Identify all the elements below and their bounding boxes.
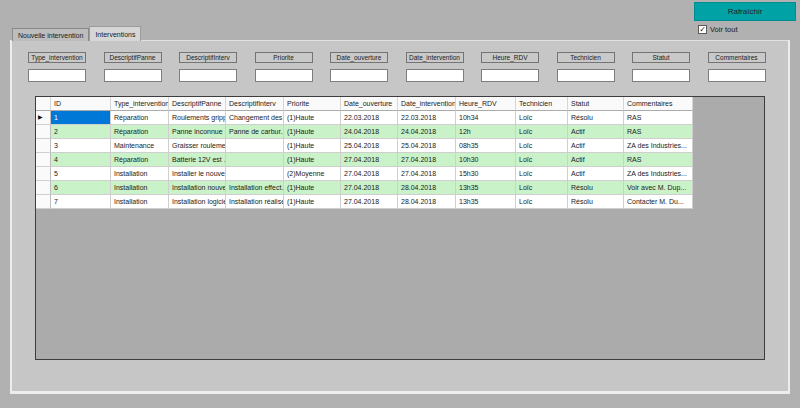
grid-cell-commentaires[interactable]: Voir avec M. Dup... <box>624 181 693 195</box>
grid-cell-descriptifinterv[interactable] <box>226 153 284 167</box>
grid-cell-date-ouverture[interactable]: 25.04.2018 <box>341 139 398 153</box>
grid-cell-descriptifpanne[interactable]: Installer le nouve... <box>169 167 226 181</box>
grid-cell-date-ouverture[interactable]: 22.03.2018 <box>341 111 398 125</box>
grid-cell-commentaires[interactable]: Contacter M. Du... <box>624 195 693 209</box>
column-header-statut[interactable]: Statut <box>568 97 624 111</box>
grid-cell-technicien[interactable]: Loïc <box>516 111 568 125</box>
grid-cell-priorite[interactable]: (1)Haute <box>284 153 341 167</box>
grid-cell-date-intervention[interactable]: 27.04.2018 <box>398 167 456 181</box>
grid-cell-commentaires[interactable]: RAS <box>624 153 693 167</box>
grid-cell-descriptifinterv[interactable]: Panne de carbur... <box>226 125 284 139</box>
grid-cell-heure-rdv[interactable]: 10h34 <box>456 111 516 125</box>
filter-input-descriptifinterv[interactable] <box>179 69 237 82</box>
tab-nouvelle-intervention[interactable]: Nouvelle intervention <box>12 28 89 41</box>
grid-cell-heure-rdv[interactable]: 13h35 <box>456 195 516 209</box>
grid-cell-technicien[interactable]: Loïc <box>516 195 568 209</box>
row-header-cell[interactable] <box>36 167 51 181</box>
grid-cell-id[interactable]: 6 <box>51 181 111 195</box>
grid-cell-technicien[interactable]: Loïc <box>516 167 568 181</box>
grid-cell-descriptifinterv[interactable]: Installation réalisé... <box>226 195 284 209</box>
grid-cell-descriptifpanne[interactable]: Roulements gripp... <box>169 111 226 125</box>
voir-tout-checkbox[interactable]: ✓ Voir tout <box>698 25 738 34</box>
column-header-type-intervention[interactable]: Type_intervention <box>111 97 169 111</box>
grid-cell-descriptifinterv[interactable] <box>226 167 284 181</box>
filter-input-statut[interactable] <box>632 69 690 82</box>
grid-cell-priorite[interactable]: (1)Haute <box>284 111 341 125</box>
filter-input-heure-rdv[interactable] <box>481 69 539 82</box>
grid-cell-technicien[interactable]: Loïc <box>516 153 568 167</box>
grid-cell-priorite[interactable]: (1)Haute <box>284 181 341 195</box>
grid-cell-technicien[interactable]: Loïc <box>516 181 568 195</box>
grid-cell-date-intervention[interactable]: 24.04.2018 <box>398 125 456 139</box>
grid-cell-type-intervention[interactable]: Réparation <box>111 153 169 167</box>
grid-cell-heure-rdv[interactable]: 13h35 <box>456 181 516 195</box>
row-header-cell[interactable] <box>36 139 51 153</box>
grid-cell-descriptifpanne[interactable]: Installation nouve... <box>169 181 226 195</box>
grid-cell-id[interactable]: 2 <box>51 125 111 139</box>
grid-cell-date-intervention[interactable]: 28.04.2018 <box>398 181 456 195</box>
column-header-commentaires[interactable]: Commentaires <box>624 97 693 111</box>
grid-cell-commentaires[interactable]: ZA des Industries... <box>624 139 693 153</box>
grid-cell-date-intervention[interactable]: 28.04.2018 <box>398 195 456 209</box>
grid-cell-priorite[interactable]: (1)Haute <box>284 139 341 153</box>
grid-cell-statut[interactable]: Actif <box>568 167 624 181</box>
grid-cell-heure-rdv[interactable]: 08h35 <box>456 139 516 153</box>
grid-cell-heure-rdv[interactable]: 15h30 <box>456 167 516 181</box>
column-header-priorite[interactable]: Priorite <box>284 97 341 111</box>
grid-cell-technicien[interactable]: Loïc <box>516 139 568 153</box>
grid-cell-type-intervention[interactable]: Installation <box>111 181 169 195</box>
column-header-technicien[interactable]: Technicien <box>516 97 568 111</box>
column-header-id[interactable]: ID <box>51 97 111 111</box>
grid-cell-descriptifinterv[interactable]: Installation effect... <box>226 181 284 195</box>
grid-cell-statut[interactable]: Actif <box>568 125 624 139</box>
grid-cell-descriptifinterv[interactable]: Changement des ... <box>226 111 284 125</box>
grid-cell-priorite[interactable]: (2)Moyenne <box>284 167 341 181</box>
grid-cell-statut[interactable]: Actif <box>568 139 624 153</box>
column-header-heure-rdv[interactable]: Heure_RDV <box>456 97 516 111</box>
grid-cell-commentaires[interactable]: ZA des Industries... <box>624 167 693 181</box>
column-header-date-ouverture[interactable]: Date_ouverture <box>341 97 398 111</box>
grid-cell-descriptifpanne[interactable]: Panne inconnue <box>169 125 226 139</box>
row-header-cell[interactable] <box>36 181 51 195</box>
grid-cell-id[interactable]: 5 <box>51 167 111 181</box>
grid-cell-statut[interactable]: Résolu <box>568 195 624 209</box>
grid-cell-id[interactable]: 3 <box>51 139 111 153</box>
column-header-descriptifpanne[interactable]: DescriptifPanne <box>169 97 226 111</box>
row-header-cell[interactable] <box>36 195 51 209</box>
grid-corner-cell[interactable] <box>36 97 51 111</box>
grid-cell-date-intervention[interactable]: 27.04.2018 <box>398 153 456 167</box>
grid-cell-date-ouverture[interactable]: 27.04.2018 <box>341 181 398 195</box>
grid-cell-priorite[interactable]: (1)Haute <box>284 195 341 209</box>
grid-cell-type-intervention[interactable]: Installation <box>111 167 169 181</box>
grid-cell-descriptifpanne[interactable]: Batterie 12V est ... <box>169 153 226 167</box>
grid-cell-type-intervention[interactable]: Réparation <box>111 111 169 125</box>
grid-cell-type-intervention[interactable]: Installation <box>111 195 169 209</box>
grid-cell-descriptifinterv[interactable] <box>226 139 284 153</box>
filter-input-descriptifpanne[interactable] <box>104 69 162 82</box>
grid-cell-statut[interactable]: Résolu <box>568 181 624 195</box>
grid-cell-descriptifpanne[interactable]: Graisser rouleme... <box>169 139 226 153</box>
grid-cell-commentaires[interactable]: RAS <box>624 111 693 125</box>
grid-cell-priorite[interactable]: (1)Haute <box>284 125 341 139</box>
grid-cell-date-ouverture[interactable]: 24.04.2018 <box>341 125 398 139</box>
grid-cell-heure-rdv[interactable]: 12h <box>456 125 516 139</box>
row-header-cell[interactable] <box>36 125 51 139</box>
grid-cell-commentaires[interactable]: RAS <box>624 125 693 139</box>
grid-cell-date-ouverture[interactable]: 27.04.2018 <box>341 153 398 167</box>
filter-input-technicien[interactable] <box>557 69 615 82</box>
grid-cell-id[interactable]: 7 <box>51 195 111 209</box>
checkbox-check-icon[interactable]: ✓ <box>698 25 707 34</box>
grid-cell-type-intervention[interactable]: Réparation <box>111 125 169 139</box>
grid-cell-statut[interactable]: Résolu <box>568 111 624 125</box>
filter-input-date-intervention[interactable] <box>406 69 464 82</box>
filter-input-commentaires[interactable] <box>708 69 766 82</box>
grid-cell-id[interactable]: 4 <box>51 153 111 167</box>
tab-interventions[interactable]: Interventions <box>89 26 141 41</box>
grid-cell-statut[interactable]: Actif <box>568 153 624 167</box>
grid-cell-date-intervention[interactable]: 25.04.2018 <box>398 139 456 153</box>
column-header-descriptifinterv[interactable]: DescriptifInterv <box>226 97 284 111</box>
filter-input-date-ouverture[interactable] <box>330 69 388 82</box>
grid-cell-descriptifpanne[interactable]: Installation logicie... <box>169 195 226 209</box>
grid-cell-date-ouverture[interactable]: 27.04.2018 <box>341 167 398 181</box>
row-header-cell[interactable] <box>36 153 51 167</box>
